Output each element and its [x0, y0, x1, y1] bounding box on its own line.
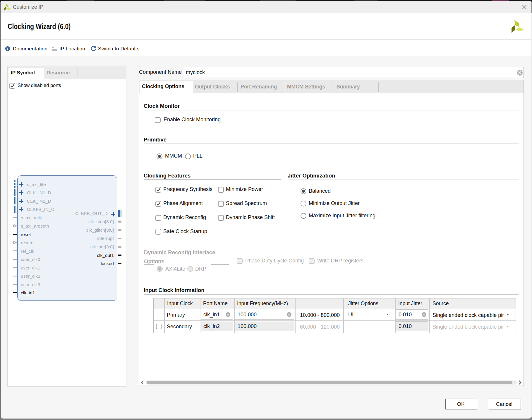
- svg-text:i: i: [7, 47, 8, 51]
